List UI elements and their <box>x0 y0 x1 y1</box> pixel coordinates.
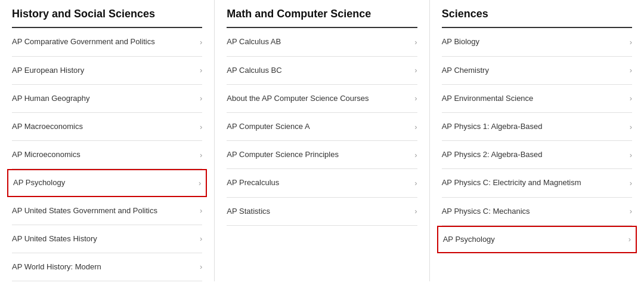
chevron-right-icon: › <box>630 94 632 103</box>
list-item[interactable]: AP Human Geography› <box>12 85 202 113</box>
menu-item-label: AP European History <box>12 65 84 76</box>
column-sciences: SciencesAP Biology›AP Chemistry›AP Envir… <box>430 0 644 281</box>
menu-item-label: AP United States Government and Politics <box>12 205 157 216</box>
menu-item-label: AP Physics 2: Algebra-Based <box>442 149 543 160</box>
menu-item-label: AP Precalculus <box>227 177 279 188</box>
chevron-right-icon: › <box>414 179 417 188</box>
chevron-right-icon: › <box>200 94 202 103</box>
list-item[interactable]: AP World History: Modern› <box>12 253 202 281</box>
column-title-math: Math and Computer Science <box>227 7 417 21</box>
chevron-right-icon: › <box>630 66 632 75</box>
chevron-right-icon: › <box>414 38 417 47</box>
menu-item-label: AP Computer Science Principles <box>227 149 339 160</box>
menu-item-label: About the AP Computer Science Courses <box>227 93 369 104</box>
chevron-right-icon: › <box>630 38 632 47</box>
menu-item-label: AP Comparative Government and Politics <box>12 36 155 47</box>
list-item[interactable]: AP Biology› <box>442 28 632 56</box>
list-item[interactable]: AP Physics C: Mechanics› <box>442 198 632 226</box>
column-header-math: Math and Computer Science <box>227 0 417 28</box>
list-item[interactable]: AP Psychology› <box>7 169 207 196</box>
menu-item-label: AP Statistics <box>227 206 270 217</box>
chevron-right-icon: › <box>200 234 202 243</box>
menu-item-label: AP Environmental Science <box>442 93 534 104</box>
list-item[interactable]: AP Calculus AB› <box>227 28 417 56</box>
chevron-right-icon: › <box>414 151 417 159</box>
menu-item-label: AP Macroeconomics <box>12 121 83 132</box>
list-item[interactable]: AP Microeconomics› <box>12 141 202 169</box>
chevron-right-icon: › <box>414 122 417 131</box>
list-item[interactable]: AP Chemistry› <box>442 57 632 85</box>
list-item[interactable]: AP Macroeconomics› <box>12 113 202 141</box>
list-item[interactable]: AP Computer Science Principles› <box>227 141 417 169</box>
menu-item-label: AP Physics C: Electricity and Magnetism <box>442 177 581 188</box>
column-math: Math and Computer ScienceAP Calculus AB›… <box>215 0 429 281</box>
chevron-right-icon: › <box>414 94 417 103</box>
list-item[interactable]: AP Environmental Science› <box>442 85 632 113</box>
chevron-right-icon: › <box>630 179 632 188</box>
list-item[interactable]: AP Statistics› <box>227 198 417 226</box>
list-item[interactable]: AP United States History› <box>12 225 202 253</box>
chevron-right-icon: › <box>414 207 417 216</box>
list-item[interactable]: About the AP Computer Science Courses› <box>227 85 417 113</box>
chevron-right-icon: › <box>200 66 202 75</box>
menu-item-label: AP Psychology <box>13 177 65 188</box>
menu-item-label: AP Physics C: Mechanics <box>442 206 530 217</box>
chevron-right-icon: › <box>630 122 632 131</box>
chevron-right-icon: › <box>628 235 631 244</box>
columns-container: History and Social SciencesAP Comparativ… <box>0 0 644 281</box>
column-header-sciences: Sciences <box>442 0 632 28</box>
menu-item-label: AP Computer Science A <box>227 121 309 132</box>
chevron-right-icon: › <box>414 66 417 75</box>
list-item[interactable]: AP Comparative Government and Politics› <box>12 28 202 56</box>
chevron-right-icon: › <box>630 151 632 159</box>
list-item[interactable]: AP Physics C: Electricity and Magnetism› <box>442 169 632 197</box>
list-item[interactable]: AP European History› <box>12 57 202 85</box>
list-item[interactable]: AP Precalculus› <box>227 169 417 197</box>
chevron-right-icon: › <box>200 38 202 47</box>
list-item[interactable]: AP Calculus BC› <box>227 57 417 85</box>
menu-item-label: AP Chemistry <box>442 65 489 76</box>
menu-item-label: AP Psychology <box>443 234 495 245</box>
list-item[interactable]: AP Psychology› <box>437 226 637 253</box>
column-title-sciences: Sciences <box>442 7 632 21</box>
menu-item-label: AP Biology <box>442 36 479 47</box>
column-header-history: History and Social Sciences <box>12 0 202 28</box>
chevron-right-icon: › <box>200 122 202 131</box>
list-item[interactable]: AP Physics 1: Algebra-Based› <box>442 113 632 141</box>
chevron-right-icon: › <box>200 262 202 271</box>
column-history: History and Social SciencesAP Comparativ… <box>0 0 215 281</box>
menu-item-label: AP Human Geography <box>12 93 90 104</box>
chevron-right-icon: › <box>630 207 632 216</box>
chevron-right-icon: › <box>199 179 201 188</box>
menu-item-label: AP Physics 1: Algebra-Based <box>442 121 543 132</box>
chevron-right-icon: › <box>200 206 202 215</box>
menu-item-label: AP United States History <box>12 234 97 244</box>
menu-item-label: AP World History: Modern <box>12 262 101 272</box>
chevron-right-icon: › <box>200 151 202 159</box>
column-title-history: History and Social Sciences <box>12 7 202 21</box>
list-item[interactable]: AP Computer Science A› <box>227 113 417 141</box>
menu-item-label: AP Calculus BC <box>227 65 281 76</box>
list-item[interactable]: AP Physics 2: Algebra-Based› <box>442 141 632 169</box>
list-item[interactable]: AP United States Government and Politics… <box>12 197 202 225</box>
menu-item-label: AP Calculus AB <box>227 36 281 47</box>
menu-item-label: AP Microeconomics <box>12 149 80 160</box>
